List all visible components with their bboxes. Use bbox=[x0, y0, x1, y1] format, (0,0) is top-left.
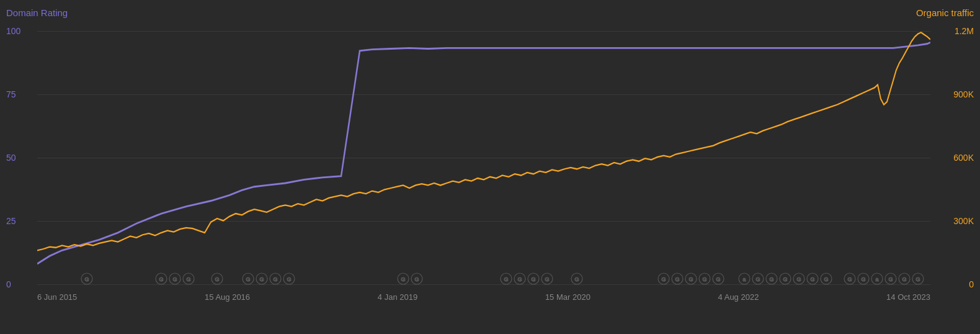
svg-text:G: G bbox=[531, 276, 535, 282]
y-tick-left-100: 100 bbox=[6, 26, 20, 36]
organic-traffic-line bbox=[37, 32, 930, 250]
svg-text:G: G bbox=[783, 276, 787, 282]
x-tick-3: 4 Jan 2019 bbox=[378, 292, 417, 302]
svg-text:G: G bbox=[755, 276, 760, 282]
x-tick-2: 15 Aug 2016 bbox=[205, 292, 250, 302]
svg-text:G: G bbox=[273, 276, 277, 282]
svg-text:a: a bbox=[875, 276, 878, 282]
y-tick-left-25: 25 bbox=[6, 216, 16, 226]
svg-text:G: G bbox=[810, 276, 814, 282]
svg-text:G: G bbox=[661, 276, 666, 282]
svg-text:G: G bbox=[847, 276, 852, 282]
y-axis-right-title: Organic traffic bbox=[916, 7, 974, 18]
y-tick-right-12m: 1.2M bbox=[955, 26, 974, 36]
google-updates-svg: G G G G G G G G G bbox=[37, 272, 930, 286]
chart-container: Domain Rating Organic traffic 100 1.2M 7… bbox=[0, 0, 980, 334]
svg-text:G: G bbox=[915, 276, 920, 282]
chart-svg bbox=[37, 31, 930, 284]
svg-text:G: G bbox=[824, 276, 828, 282]
x-tick-5: 4 Aug 2022 bbox=[718, 292, 759, 302]
svg-text:G: G bbox=[861, 276, 865, 282]
svg-text:G: G bbox=[769, 276, 773, 282]
x-axis-labels: 6 Jun 2015 15 Aug 2016 4 Jan 2019 15 Mar… bbox=[37, 292, 930, 302]
svg-text:G: G bbox=[159, 276, 163, 282]
svg-text:G: G bbox=[716, 276, 720, 282]
svg-text:G: G bbox=[246, 276, 250, 282]
x-tick-6: 14 Oct 2023 bbox=[886, 292, 930, 302]
y-tick-right-0: 0 bbox=[969, 279, 974, 289]
svg-text:a: a bbox=[742, 276, 746, 282]
svg-text:G: G bbox=[186, 276, 190, 282]
x-tick-1: 6 Jun 2015 bbox=[37, 292, 77, 302]
y-tick-left-50: 50 bbox=[6, 153, 16, 163]
y-tick-right-900k: 900K bbox=[953, 89, 974, 99]
svg-text:G: G bbox=[902, 276, 906, 282]
svg-text:G: G bbox=[545, 276, 549, 282]
y-tick-left-75: 75 bbox=[6, 89, 16, 99]
y-tick-right-600k: 600K bbox=[953, 153, 974, 163]
svg-text:G: G bbox=[215, 276, 219, 282]
svg-text:G: G bbox=[414, 276, 419, 282]
svg-text:G: G bbox=[796, 276, 801, 282]
svg-text:G: G bbox=[259, 276, 264, 282]
svg-text:G: G bbox=[675, 276, 679, 282]
svg-text:G: G bbox=[172, 276, 177, 282]
x-tick-4: 15 Mar 2020 bbox=[545, 292, 590, 302]
svg-text:G: G bbox=[574, 276, 579, 282]
y-axis-left-title: Domain Rating bbox=[6, 7, 68, 18]
svg-text:G: G bbox=[287, 276, 291, 282]
svg-text:G: G bbox=[401, 276, 405, 282]
domain-rating-line bbox=[37, 42, 930, 264]
svg-text:G: G bbox=[688, 276, 693, 282]
svg-text:G: G bbox=[517, 276, 522, 282]
y-tick-right-300k: 300K bbox=[953, 216, 974, 226]
svg-text:G: G bbox=[504, 276, 508, 282]
svg-text:G: G bbox=[702, 276, 706, 282]
svg-text:G: G bbox=[888, 276, 893, 282]
y-tick-left-0: 0 bbox=[6, 279, 11, 289]
svg-text:G: G bbox=[84, 276, 89, 282]
google-updates-row: G G G G G G G G G bbox=[37, 272, 930, 286]
